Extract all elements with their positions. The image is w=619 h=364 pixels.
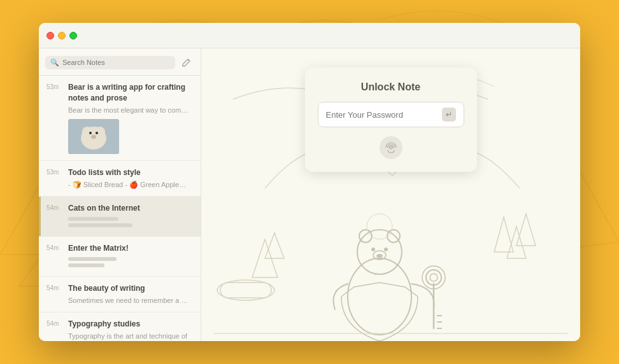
note-preview-1: Bear is the most elegant way to compos..… bbox=[68, 106, 189, 115]
svg-point-27 bbox=[430, 274, 438, 281]
placeholder-line bbox=[68, 223, 132, 227]
note-title-3: Cats on the Internet bbox=[68, 203, 140, 214]
password-input[interactable] bbox=[326, 110, 442, 120]
fingerprint-button[interactable] bbox=[380, 136, 402, 159]
svg-point-9 bbox=[91, 135, 96, 139]
note-time-3: 54m bbox=[46, 204, 64, 211]
note-item-4[interactable]: 54m Enter the Matrix! bbox=[39, 237, 201, 277]
dog-thumbnail bbox=[68, 119, 119, 154]
svg-rect-11 bbox=[220, 283, 271, 298]
note-title-1: Bear is a writing app for crafting notes… bbox=[68, 82, 193, 104]
note-title-2: Todo lists with style bbox=[68, 167, 189, 178]
svg-point-33 bbox=[367, 214, 392, 239]
note-item-2[interactable]: 53m Todo lists with style - 🍞 Sliced Bre… bbox=[39, 161, 201, 197]
placeholder-line bbox=[68, 263, 104, 267]
notes-list: 53m Bear is a writing app for crafting n… bbox=[39, 76, 201, 341]
svg-point-17 bbox=[348, 258, 411, 335]
unlock-input-wrap[interactable]: ↵ bbox=[318, 102, 464, 127]
right-panel: Unlock Note ↵ bbox=[201, 48, 580, 341]
svg-point-8 bbox=[96, 132, 98, 134]
svg-point-19 bbox=[359, 230, 372, 242]
note-title-5: The beauty of writing bbox=[68, 283, 189, 294]
note-time-1: 53m bbox=[46, 83, 64, 90]
svg-point-22 bbox=[384, 248, 388, 251]
search-icon: 🔍 bbox=[50, 59, 59, 67]
compose-button[interactable] bbox=[179, 55, 194, 70]
note-preview-2: - 🍞 Sliced Bread - 🍎 Green Apples - 🍯 Or… bbox=[68, 180, 189, 190]
svg-point-6 bbox=[95, 127, 105, 137]
sidebar: 🔍 53m Bear is a writin bbox=[39, 48, 201, 341]
note-preview-6: Typography is the art and technique of bbox=[68, 332, 187, 341]
placeholder-lines-4 bbox=[68, 257, 129, 267]
note-preview-5: Sometimes we need to remember a link.com… bbox=[68, 296, 189, 305]
svg-marker-12 bbox=[252, 239, 278, 277]
maximize-button[interactable] bbox=[69, 32, 77, 39]
svg-point-20 bbox=[387, 230, 400, 242]
fingerprint-button-wrap[interactable] bbox=[318, 136, 464, 159]
note-time-6: 54m bbox=[46, 320, 64, 327]
unlock-enter-button[interactable]: ↵ bbox=[442, 108, 456, 122]
search-input[interactable] bbox=[62, 59, 170, 66]
placeholder-line bbox=[68, 217, 118, 221]
svg-point-31 bbox=[422, 266, 445, 289]
svg-marker-16 bbox=[516, 214, 536, 246]
svg-marker-13 bbox=[265, 233, 284, 258]
note-time-4: 54m bbox=[46, 244, 64, 251]
svg-point-24 bbox=[373, 251, 386, 260]
svg-point-21 bbox=[371, 248, 375, 251]
search-input-wrap[interactable]: 🔍 bbox=[45, 56, 175, 69]
svg-point-26 bbox=[426, 270, 441, 285]
main-content: 🔍 53m Bear is a writin bbox=[39, 48, 580, 341]
note-item-6[interactable]: 54m Typography studies Typography is the… bbox=[39, 312, 201, 341]
minimize-button[interactable] bbox=[58, 32, 66, 39]
svg-point-10 bbox=[217, 280, 274, 300]
svg-point-34 bbox=[390, 146, 392, 149]
placeholder-lines-3 bbox=[68, 217, 140, 227]
title-bar bbox=[39, 23, 580, 48]
svg-marker-14 bbox=[494, 217, 513, 252]
svg-marker-15 bbox=[507, 227, 526, 258]
placeholder-line bbox=[68, 257, 117, 261]
fingerprint-icon bbox=[385, 141, 397, 154]
note-time-5: 54m bbox=[46, 284, 64, 291]
note-time-2: 53m bbox=[46, 169, 64, 176]
note-title-4: Enter the Matrix! bbox=[68, 243, 129, 254]
svg-point-5 bbox=[82, 127, 92, 137]
note-image-1 bbox=[68, 119, 119, 154]
close-button[interactable] bbox=[46, 32, 54, 39]
note-item-5[interactable]: 54m The beauty of writing Sometimes we n… bbox=[39, 277, 201, 312]
svg-point-23 bbox=[376, 254, 383, 258]
unlock-title: Unlock Note bbox=[318, 81, 464, 93]
compose-icon bbox=[181, 57, 192, 67]
svg-point-18 bbox=[357, 230, 402, 274]
svg-point-7 bbox=[89, 132, 92, 134]
traffic-lights bbox=[46, 32, 77, 39]
search-bar: 🔍 bbox=[39, 48, 201, 76]
unlock-dialog: Unlock Note ↵ bbox=[305, 67, 477, 172]
note-item-3[interactable]: 54m Cats on the Internet bbox=[39, 197, 201, 237]
app-window: 🔍 53m Bear is a writin bbox=[39, 23, 580, 341]
note-item-1[interactable]: 53m Bear is a writing app for crafting n… bbox=[39, 76, 201, 161]
note-title-6: Typography studies bbox=[68, 319, 187, 330]
